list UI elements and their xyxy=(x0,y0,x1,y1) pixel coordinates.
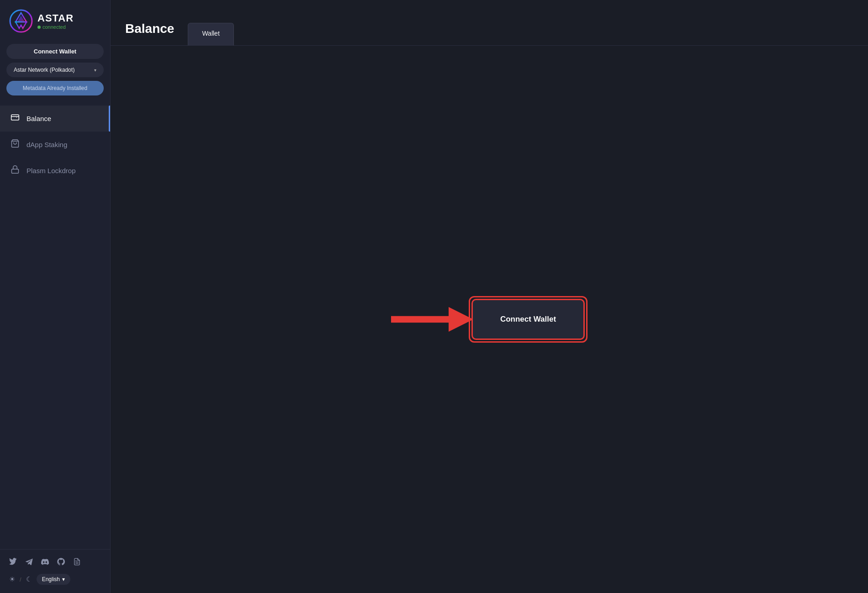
language-chevron-icon: ▾ xyxy=(62,576,65,582)
language-button[interactable]: English ▾ xyxy=(37,574,70,585)
sidebar-item-plasm-lockdrop[interactable]: Plasm Lockdrop xyxy=(0,158,110,184)
tab-bar: Wallet xyxy=(188,23,233,45)
sidebar-connect-wallet-button[interactable]: Connect Wallet xyxy=(6,44,104,59)
connected-label: connected xyxy=(42,24,66,30)
sidebar-item-balance[interactable]: Balance xyxy=(0,106,110,132)
telegram-icon[interactable] xyxy=(25,558,33,567)
main-body: Connect Wallet xyxy=(111,46,868,593)
chevron-down-icon: ▾ xyxy=(94,68,96,73)
sidebar-nav: Balance dApp Staking Plasm Lockdrop xyxy=(0,101,110,549)
connect-wallet-highlight-box: Connect Wallet xyxy=(469,296,587,343)
twitter-icon[interactable] xyxy=(9,558,17,567)
logo-text-group: ASTAR connected xyxy=(37,12,74,30)
page-title: Balance xyxy=(125,21,174,45)
theme-separator: / xyxy=(20,576,21,583)
network-label: Astar Network (Polkadot) xyxy=(14,67,74,73)
red-arrow-container xyxy=(391,306,473,333)
theme-lang-row: ☀ / ☾ English ▾ xyxy=(9,574,101,585)
metadata-button[interactable]: Metadata Already Installed xyxy=(6,81,104,95)
sidebar: ASTAR connected Connect Wallet Astar Net… xyxy=(0,0,111,593)
sidebar-item-dapp-staking[interactable]: dApp Staking xyxy=(0,132,110,158)
connection-status: connected xyxy=(37,24,74,30)
red-arrow-icon xyxy=(391,306,473,333)
svg-rect-6 xyxy=(391,316,451,323)
lock-icon xyxy=(10,165,20,176)
sun-icon[interactable]: ☀ xyxy=(9,575,15,583)
tab-wallet[interactable]: Wallet xyxy=(188,23,233,46)
main-header: Balance Wallet xyxy=(111,0,868,46)
svg-rect-1 xyxy=(11,115,19,120)
language-label: English xyxy=(42,576,60,582)
network-selector-button[interactable]: Astar Network (Polkadot) ▾ xyxy=(6,63,104,77)
main-content: Balance Wallet Connect Wallet xyxy=(111,0,868,593)
sidebar-item-plasm-lockdrop-label: Plasm Lockdrop xyxy=(26,167,76,175)
sidebar-header: ASTAR connected xyxy=(0,0,110,40)
app-name: ASTAR xyxy=(37,12,74,24)
svg-rect-3 xyxy=(12,169,19,173)
sidebar-item-dapp-staking-label: dApp Staking xyxy=(26,141,67,148)
cta-area: Connect Wallet xyxy=(391,296,587,343)
sidebar-item-balance-label: Balance xyxy=(26,115,51,122)
wallet-icon xyxy=(10,113,20,124)
main-connect-wallet-button[interactable]: Connect Wallet xyxy=(471,299,585,340)
shopping-bag-icon xyxy=(10,139,20,150)
moon-icon[interactable]: ☾ xyxy=(26,575,32,583)
sidebar-footer: ☀ / ☾ English ▾ xyxy=(0,549,110,593)
astar-logo-icon xyxy=(9,9,33,33)
connected-dot xyxy=(37,26,41,29)
github-icon[interactable] xyxy=(57,558,65,567)
sidebar-controls: Connect Wallet Astar Network (Polkadot) … xyxy=(0,40,110,101)
social-icons xyxy=(9,558,101,567)
discord-icon[interactable] xyxy=(41,558,49,567)
tab-wallet-label: Wallet xyxy=(202,30,219,37)
docs-icon[interactable] xyxy=(73,558,81,567)
